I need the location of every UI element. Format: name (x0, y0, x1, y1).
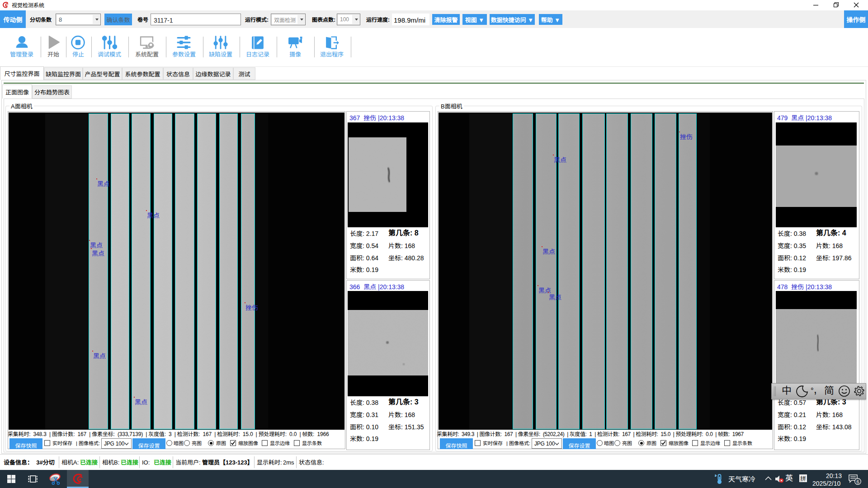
svg-text:黑点: 黑点 (93, 352, 106, 360)
svg-text:黑点: 黑点 (90, 242, 103, 249)
svg-text:挫伤: 挫伤 (680, 133, 693, 141)
svg-text:黑点: 黑点 (554, 156, 566, 164)
svg-text:6: 6 (856, 479, 859, 484)
svg-text:黑点: 黑点 (97, 180, 110, 188)
svg-text:黑点: 黑点 (92, 250, 104, 257)
svg-text:黑点: 黑点 (542, 248, 555, 255)
svg-text:黑点: 黑点 (549, 294, 561, 301)
svg-text:黑点: 黑点 (538, 287, 551, 294)
svg-text:黑点: 黑点 (135, 399, 147, 406)
svg-text:挫伤: 挫伤 (245, 304, 258, 311)
svg-text:黑点: 黑点 (147, 212, 160, 219)
